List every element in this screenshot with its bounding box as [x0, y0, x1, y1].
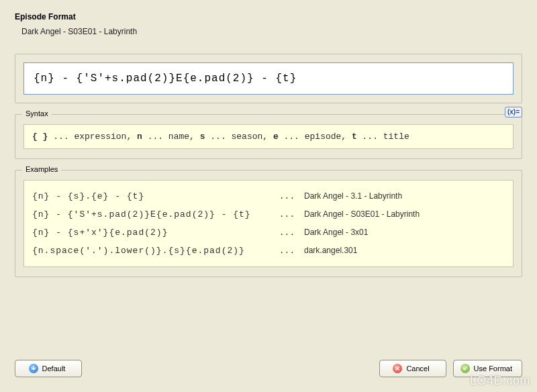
cancel-button-label: Cancel	[406, 364, 429, 373]
example-result: Dark Angel - 3.1 - Labyrinth	[304, 191, 402, 201]
example-row: {n} - {s+'x'}{e.pad(2)} ... Dark Angel -…	[32, 224, 505, 242]
example-pattern: {n.space('.').lower()}.{s}{e.pad(2)}	[32, 246, 274, 256]
use-format-button-label: Use Format	[474, 364, 512, 373]
preview-output: Dark Angel - S03E01 - Labyrinth	[21, 27, 522, 36]
example-row: {n} - {s}.{e} - {t} ... Dark Angel - 3.1…	[32, 187, 505, 205]
example-separator: ...	[274, 209, 304, 219]
example-separator: ...	[274, 228, 304, 238]
examples-legend: Examples	[22, 165, 61, 173]
default-button-label: Default	[42, 364, 66, 373]
cancel-button[interactable]: Cancel	[379, 360, 446, 377]
default-button[interactable]: Default	[15, 360, 82, 377]
syntax-text: { } ... expression, n ... name, s ... se…	[32, 132, 409, 142]
syntax-group: Syntax { } ... expression, n ... name, s…	[15, 114, 522, 159]
example-result: Dark Angel - 3x01	[304, 228, 368, 237]
close-icon	[393, 364, 402, 373]
example-row: {n.space('.').lower()}.{s}{e.pad(2)} ...…	[32, 242, 505, 260]
example-separator: ...	[274, 191, 304, 201]
example-pattern: {n} - {s}.{e} - {t}	[32, 191, 274, 201]
format-group	[15, 54, 522, 103]
example-result: dark.angel.301	[304, 246, 357, 255]
example-result: Dark Angel - S03E01 - Labyrinth	[304, 209, 420, 219]
syntax-box: { } ... expression, n ... name, s ... se…	[23, 124, 514, 149]
format-pattern-input[interactable]	[23, 62, 514, 95]
episode-format-dialog: Episode Format Dark Angel - S03E01 - Lab…	[0, 0, 537, 392]
example-row: {n} - {'S'+s.pad(2)}E{e.pad(2)} - {t} ..…	[32, 205, 505, 224]
syntax-legend: Syntax	[22, 109, 52, 117]
use-format-button[interactable]: Use Format	[453, 360, 522, 377]
examples-group: Examples {n} - {s}.{e} - {t} ... Dark An…	[15, 170, 522, 277]
example-pattern: {n} - {'S'+s.pad(2)}E{e.pad(2)} - {t}	[32, 209, 274, 219]
check-icon	[460, 364, 470, 373]
button-bar: Default Cancel Use Format	[15, 360, 522, 377]
example-pattern: {n} - {s+'x'}{e.pad(2)}	[32, 228, 274, 238]
fx-help-button[interactable]: (x)=	[505, 107, 522, 117]
dialog-title: Episode Format	[15, 12, 522, 21]
examples-box: {n} - {s}.{e} - {t} ... Dark Angel - 3.1…	[23, 180, 514, 267]
arrow-down-icon	[29, 364, 38, 373]
example-separator: ...	[274, 246, 304, 256]
